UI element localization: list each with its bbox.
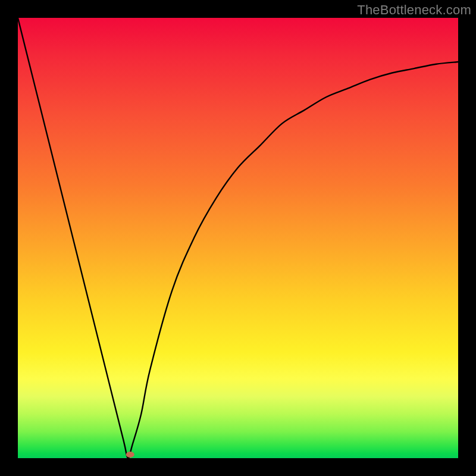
minimum-marker — [126, 452, 134, 458]
watermark-text: TheBottleneck.com — [357, 2, 471, 18]
chart-frame: TheBottleneck.com — [0, 0, 476, 476]
curve-path — [18, 18, 458, 458]
plot-area — [18, 18, 458, 458]
bottleneck-curve — [18, 18, 458, 458]
